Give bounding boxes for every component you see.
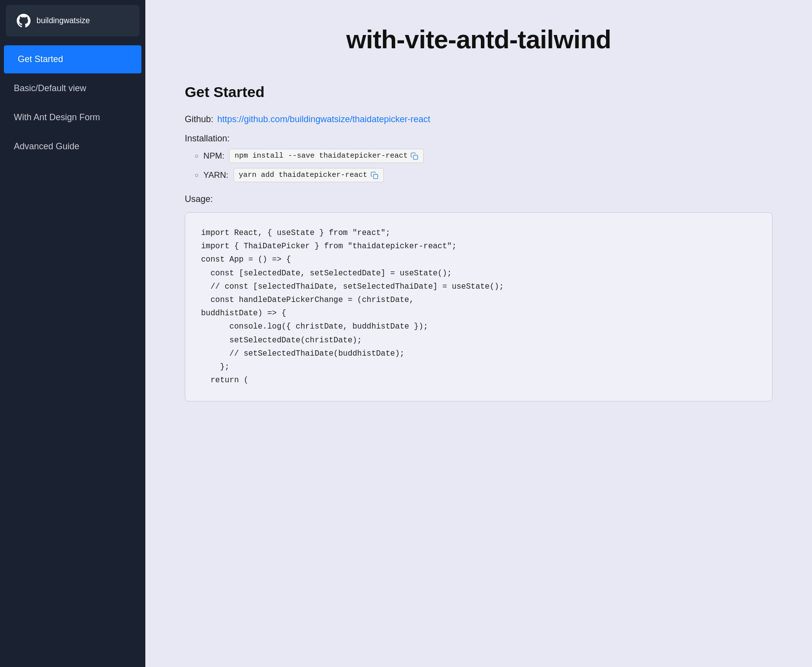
sidebar: buildingwatsize Get Started Basic/Defaul…	[0, 0, 145, 667]
installation-section: Installation: NPM: npm install --save th…	[185, 133, 773, 182]
sidebar-logo-text: buildingwatsize	[36, 16, 90, 25]
sidebar-item-basic-default[interactable]: Basic/Default view	[0, 74, 145, 102]
code-block: import React, { useState } from "react";…	[185, 212, 773, 401]
npm-label: NPM:	[203, 151, 225, 161]
yarn-command-code: yarn add thaidatepicker-react	[234, 168, 384, 182]
github-row: Github: https://github.com/buildingwatsi…	[185, 114, 773, 125]
sidebar-item-ant-design[interactable]: With Ant Design Form	[0, 103, 145, 132]
svg-rect-1	[373, 174, 378, 179]
install-list: NPM: npm install --save thaidatepicker-r…	[185, 149, 773, 182]
svg-rect-0	[413, 155, 418, 160]
yarn-install-item: YARN: yarn add thaidatepicker-react	[195, 168, 773, 182]
yarn-label: YARN:	[203, 170, 229, 180]
usage-label: Usage:	[185, 194, 773, 204]
main-content: with-vite-antd-tailwind Get Started Gith…	[145, 0, 812, 667]
sidebar-nav: Get Started Basic/Default view With Ant …	[0, 41, 145, 165]
npm-copy-icon[interactable]	[410, 152, 418, 160]
page-title: with-vite-antd-tailwind	[185, 25, 773, 54]
github-label: Github:	[185, 114, 213, 125]
npm-command-code: npm install --save thaidatepicker-react	[229, 149, 424, 163]
sidebar-item-advanced[interactable]: Advanced Guide	[0, 133, 145, 161]
github-icon	[16, 13, 32, 29]
npm-install-item: NPM: npm install --save thaidatepicker-r…	[195, 149, 773, 163]
installation-label: Installation:	[185, 133, 773, 144]
section-title: Get Started	[185, 84, 773, 100]
sidebar-logo[interactable]: buildingwatsize	[6, 5, 139, 36]
sidebar-item-get-started[interactable]: Get Started	[4, 45, 141, 73]
yarn-copy-icon[interactable]	[371, 171, 378, 179]
github-link[interactable]: https://github.com/buildingwatsize/thaid…	[217, 114, 430, 125]
